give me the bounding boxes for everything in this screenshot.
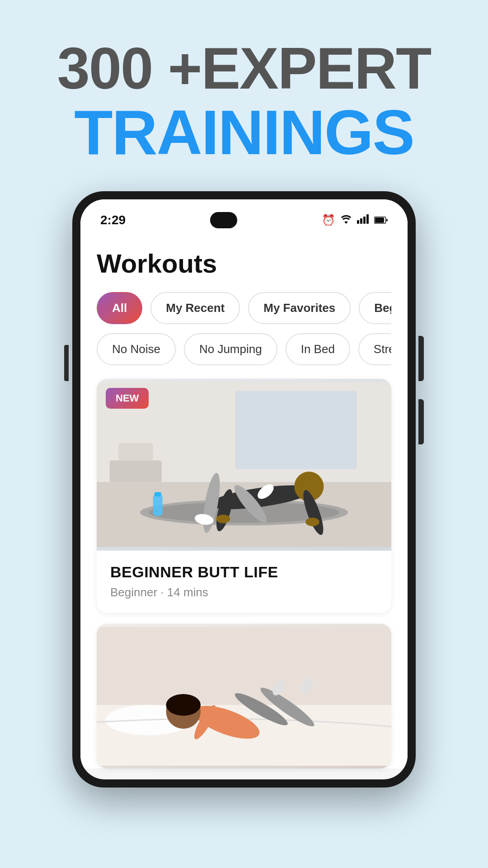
status-bar: 2:29 ⏰ (80, 199, 408, 235)
svg-point-22 (216, 514, 230, 523)
camera-notch (210, 212, 237, 228)
svg-point-21 (305, 518, 319, 526)
workout-image-1: NEW (97, 379, 391, 551)
filter-beginner[interactable]: Beginner (359, 292, 391, 324)
workout-image-bg-2 (97, 624, 391, 769)
svg-rect-15 (155, 492, 161, 496)
status-icons: ⏰ (322, 214, 388, 226)
hero-line1: 300 +EXPERT (18, 36, 470, 101)
phone-screen: 2:29 ⏰ (80, 199, 408, 779)
filter-my-favorites[interactable]: My Favorites (248, 292, 351, 324)
filter-stretch[interactable]: Stretch (358, 333, 391, 365)
svg-rect-14 (153, 494, 163, 516)
workout-title-1: BEGINNER BUTT LIFE (110, 563, 378, 581)
filter-row-2: No Noise No Jumping In Bed Stretch (97, 333, 391, 365)
workout-card-2[interactable] (97, 624, 391, 769)
workout-info-1: BEGINNER BUTT LIFE Beginner · 14 mins (97, 551, 391, 613)
phone-frame: 2:29 ⏰ (72, 191, 416, 788)
svg-rect-10 (110, 460, 162, 482)
filter-in-bed[interactable]: In Bed (286, 333, 350, 365)
phone-wrapper: 2:29 ⏰ (0, 191, 488, 788)
svg-rect-2 (363, 217, 366, 224)
svg-rect-11 (118, 443, 153, 460)
signal-icon (357, 214, 370, 226)
alarm-icon: ⏰ (322, 214, 335, 226)
filter-my-recent[interactable]: My Recent (150, 292, 240, 324)
svg-rect-0 (357, 220, 359, 224)
filter-all[interactable]: All (97, 292, 142, 324)
new-badge: NEW (106, 388, 149, 409)
workout-meta-1: Beginner · 14 mins (110, 585, 378, 599)
filter-no-jumping[interactable]: No Jumping (184, 333, 277, 365)
hero-section: 300 +EXPERT TRAININGS (0, 0, 488, 191)
phone-side-button (418, 408, 424, 444)
workout-image-bg-1: NEW (97, 379, 391, 551)
filter-no-noise[interactable]: No Noise (97, 333, 176, 365)
screen-title: Workouts (97, 248, 391, 278)
workout-image-2 (97, 624, 391, 769)
svg-rect-9 (235, 391, 357, 469)
hero-line2: TRAININGS (18, 101, 470, 164)
wifi-icon (340, 214, 352, 226)
filter-row-1: All My Recent My Favorites Beginner (97, 292, 391, 324)
svg-rect-1 (360, 218, 362, 224)
battery-icon (374, 214, 388, 226)
workout-card-1[interactable]: NEW BEGINNER BUTT LIFE Beginner · 14 min… (97, 379, 391, 613)
status-time: 2:29 (100, 213, 126, 227)
svg-rect-3 (366, 214, 369, 224)
app-screen: Workouts All My Recent My Favorites Begi… (80, 235, 408, 769)
svg-rect-5 (375, 217, 384, 223)
svg-point-33 (166, 694, 201, 716)
